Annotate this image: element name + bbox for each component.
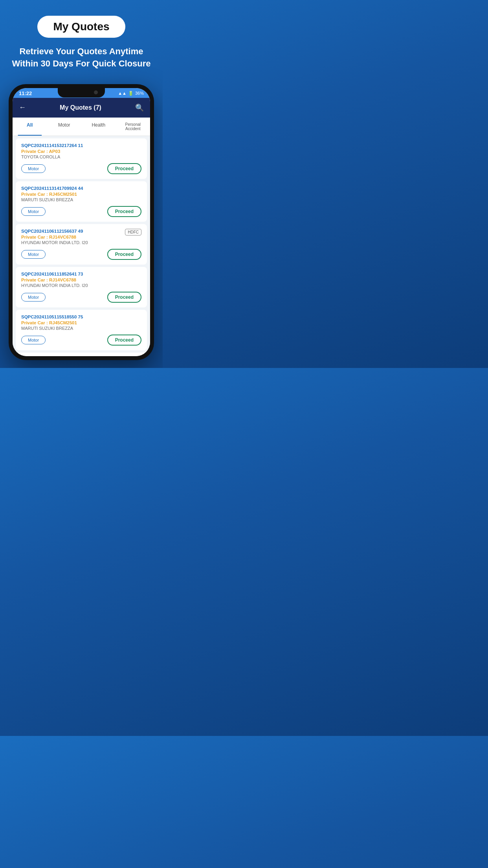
tab-motor[interactable]: Motor xyxy=(47,118,82,136)
quote-card: SQPC20241106111852641 73 Private Car : R… xyxy=(16,267,147,307)
quote-id: SQPC20241113141709924 44 xyxy=(21,186,141,191)
quote-card: SQPC20241113141709924 44 Private Car : R… xyxy=(16,181,147,222)
back-button[interactable]: ← xyxy=(19,103,26,112)
battery-icon: 🔋 xyxy=(128,91,134,96)
quote-model: MARUTI SUZUKI BREZZA xyxy=(21,326,141,331)
quote-car: Private Car : RJ14VC6788 xyxy=(21,235,141,239)
quote-car: Private Car : RJ14VC6788 xyxy=(21,278,141,282)
quote-model: HYUNDAI MOTOR INDIA LTD. I20 xyxy=(21,283,141,288)
status-bar: 11:22 ▲▲ 🔋 36% xyxy=(13,88,150,98)
battery-level: 36% xyxy=(135,91,144,96)
motor-badge: Motor xyxy=(21,164,46,173)
quotes-list: SQPC20241114153217264 11 Private Car : A… xyxy=(13,136,150,356)
status-time: 11:22 xyxy=(19,90,32,96)
app-header-title: My Quotes (7) xyxy=(60,104,101,111)
motor-badge: Motor xyxy=(21,336,46,344)
quote-id: SQPC20241114153217264 11 xyxy=(21,143,141,148)
proceed-button[interactable]: Proceed xyxy=(107,292,141,303)
tab-personal-accident[interactable]: Personal Accident xyxy=(116,118,150,136)
proceed-button[interactable]: Proceed xyxy=(107,163,141,174)
quote-car: Private Car : RJ45CM2501 xyxy=(21,320,141,325)
notch xyxy=(58,88,105,97)
motor-badge: Motor xyxy=(21,250,46,259)
quote-card: SQPC20241105115518550 75 Private Car : R… xyxy=(16,310,147,350)
tab-health[interactable]: Health xyxy=(81,118,116,136)
quote-id: SQPC20241106112156637 49 xyxy=(21,229,141,234)
quote-footer: Motor Proceed xyxy=(21,249,141,260)
hdfc-tag: HDFC xyxy=(125,229,141,235)
title-badge: My Quotes xyxy=(37,16,125,38)
proceed-button[interactable]: Proceed xyxy=(107,249,141,260)
quote-card: HDFC SQPC20241106112156637 49 Private Ca… xyxy=(16,224,147,265)
motor-badge: Motor xyxy=(21,207,46,216)
quote-id: SQPC20241106111852641 73 xyxy=(21,272,141,276)
phone-screen: 11:22 ▲▲ 🔋 36% ← My Quotes (7) 🔍 All Mot… xyxy=(13,88,150,356)
quote-card: SQPC20241104123133858 37 Private Car : R… xyxy=(16,353,147,356)
title-badge-text: My Quotes xyxy=(53,20,109,33)
proceed-button[interactable]: Proceed xyxy=(107,206,141,217)
quote-footer: Motor Proceed xyxy=(21,292,141,303)
status-icons: ▲▲ 🔋 36% xyxy=(118,91,144,96)
quote-model: TOYOTA COROLLA xyxy=(21,154,141,159)
app-header: ← My Quotes (7) 🔍 xyxy=(13,98,150,118)
phone-mockup: 11:22 ▲▲ 🔋 36% ← My Quotes (7) 🔍 All Mot… xyxy=(9,84,154,360)
quote-footer: Motor Proceed xyxy=(21,206,141,217)
quote-footer: Motor Proceed xyxy=(21,163,141,174)
proceed-button[interactable]: Proceed xyxy=(107,335,141,346)
tab-all[interactable]: All xyxy=(13,118,47,136)
quote-model: HYUNDAI MOTOR INDIA LTD. I20 xyxy=(21,240,141,245)
quote-footer: Motor Proceed xyxy=(21,335,141,346)
quote-car: Private Car : RJ45CM2501 xyxy=(21,192,141,197)
quote-card: SQPC20241114153217264 11 Private Car : A… xyxy=(16,138,147,179)
quote-model: MARUTI SUZUKI BREZZA xyxy=(21,197,141,202)
motor-badge: Motor xyxy=(21,293,46,302)
search-button[interactable]: 🔍 xyxy=(135,103,144,112)
tab-bar: All Motor Health Personal Accident xyxy=(13,118,150,136)
signal-icon: ▲▲ xyxy=(118,91,127,96)
camera xyxy=(94,90,98,94)
quote-car: Private Car : AP03 xyxy=(21,149,141,154)
subtitle-text: Retrieve Your Quotes Anytime Within 30 D… xyxy=(8,46,155,70)
quote-id: SQPC20241105115518550 75 xyxy=(21,314,141,319)
